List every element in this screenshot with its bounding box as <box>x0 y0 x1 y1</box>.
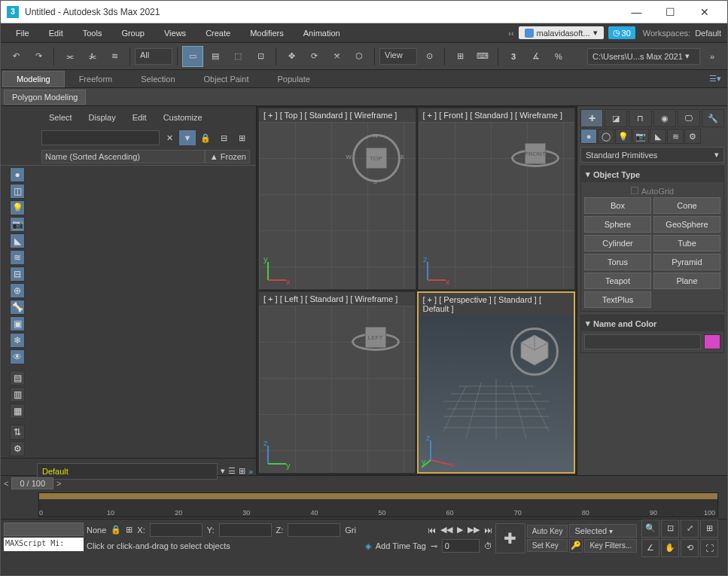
zoom-extents-icon[interactable]: ⤢ <box>681 520 699 538</box>
menu-tools[interactable]: Tools <box>74 26 111 41</box>
filter-bones-icon[interactable]: 🦴 <box>10 300 25 315</box>
setkey-button[interactable]: Set Key <box>527 539 568 552</box>
time-tag-icon[interactable]: ◈ <box>365 541 371 551</box>
menu-create[interactable]: Create <box>196 26 239 41</box>
link-button[interactable]: ⫘ <box>59 46 80 67</box>
modify-tab[interactable]: ◪ <box>605 109 627 127</box>
motion-tab[interactable]: ◉ <box>653 109 676 127</box>
helpers-subtab[interactable]: ◣ <box>650 129 666 144</box>
lights-subtab[interactable]: 💡 <box>615 129 632 144</box>
trackbar-mini[interactable] <box>4 523 84 536</box>
maximize-button[interactable]: ☐ <box>653 1 687 23</box>
pivot-button[interactable]: ⊙ <box>419 46 440 67</box>
filter-xrefs-icon[interactable]: ⊕ <box>10 283 25 298</box>
filter-helpers-icon[interactable]: ◣ <box>10 233 25 248</box>
viewcube[interactable]: LEFT <box>352 318 400 366</box>
filter-shapes-icon[interactable]: ◫ <box>10 184 25 199</box>
unlink-button[interactable]: ⫘̸ <box>81 46 102 67</box>
viewport-left[interactable]: [ + ] [ Left ] [ Standard ] [ Wireframe … <box>258 291 416 474</box>
ribbon-expand-icon[interactable]: ☰▾ <box>705 72 726 85</box>
undo-button[interactable]: ↶ <box>5 46 26 67</box>
select-move-button[interactable]: ✥ <box>281 46 302 67</box>
keyfilters-button[interactable]: Key Filters... <box>584 539 637 553</box>
bind-button[interactable]: ≋ <box>104 46 125 67</box>
filter-icon[interactable]: ▼ <box>179 130 196 145</box>
fov-icon[interactable]: ∠ <box>641 539 659 557</box>
panel-toggle-icon[interactable]: » <box>248 467 253 476</box>
lock-selection-icon[interactable]: 🔒 <box>111 525 121 535</box>
spacewarps-subtab[interactable]: ≋ <box>667 129 684 144</box>
prim-textplus[interactable]: TextPlus <box>584 291 651 308</box>
filter-containers-icon[interactable]: ▣ <box>10 316 25 331</box>
systems-subtab[interactable]: ⚙ <box>684 129 701 144</box>
maxscript-listener[interactable]: MAXScript Mi: <box>4 538 84 551</box>
viewport-front[interactable]: [ + ] [ Front ] [ Standard ] [ Wireframe… <box>418 108 576 290</box>
menu-edit[interactable]: Edit <box>40 26 72 41</box>
user-account[interactable]: malavidasoft... ▾ <box>519 26 604 39</box>
viewcube[interactable]: TOP N W E S <box>352 134 401 182</box>
create-tab[interactable]: ✚ <box>580 109 603 127</box>
filter-cameras-icon[interactable]: 📷 <box>10 217 25 232</box>
timeline-next-icon[interactable]: > <box>56 479 61 488</box>
object-name-input[interactable] <box>584 334 701 349</box>
autokey-button[interactable]: Auto Key <box>527 525 568 538</box>
key-mode-icon[interactable]: ⊸ <box>431 541 437 551</box>
menu-views[interactable]: Views <box>155 26 195 41</box>
viewport-top[interactable]: [ + ] [ Top ] [ Standard ] [ Wireframe ]… <box>258 108 416 290</box>
ribbon-tab-modeling[interactable]: Modeling <box>2 71 65 87</box>
z-input[interactable] <box>288 523 340 537</box>
column-name[interactable]: Name (Sorted Ascending) <box>41 150 205 163</box>
ribbon-tab-objectpaint[interactable]: Object Paint <box>190 71 263 87</box>
menu-modifiers[interactable]: Modifiers <box>241 26 293 41</box>
play-icon[interactable]: ▶ <box>457 525 463 535</box>
viewport-label[interactable]: [ + ] [ Top ] [ Standard ] [ Wireframe ] <box>259 108 416 122</box>
utilities-tab[interactable]: 🔧 <box>702 109 724 127</box>
display-invert-icon[interactable]: ▦ <box>10 404 25 419</box>
prim-plane[interactable]: Plane <box>653 273 720 289</box>
viewcube[interactable]: FRONT <box>511 134 559 182</box>
transform-type-icon[interactable]: ⊞ <box>126 525 133 535</box>
se-menu-display[interactable]: Display <box>81 111 123 124</box>
menu-animation[interactable]: Animation <box>294 26 349 41</box>
add-time-tag[interactable]: Add Time Tag <box>376 541 426 550</box>
snap-toggle-button[interactable]: 3 <box>503 46 524 67</box>
select-object-button[interactable]: ▭ <box>182 46 203 67</box>
layer-add-icon[interactable]: ⊞ <box>239 466 245 476</box>
timeline-prev-icon[interactable]: < <box>4 479 8 488</box>
geometry-subtab[interactable]: ● <box>580 129 597 144</box>
zoom-extents-all-icon[interactable]: ⊞ <box>700 520 718 538</box>
prim-cone[interactable]: Cone <box>653 197 720 214</box>
display-tab[interactable]: 🖵 <box>678 109 700 127</box>
angle-snap-button[interactable]: ∡ <box>525 46 547 67</box>
prev-frame-icon[interactable]: ◀◀ <box>440 525 452 535</box>
goto-start-icon[interactable]: ⏮ <box>428 526 436 535</box>
menu-group[interactable]: Group <box>112 26 154 41</box>
hierarchy-tab[interactable]: ⊓ <box>629 109 651 127</box>
next-frame-icon[interactable]: ▶▶ <box>468 525 480 535</box>
se-menu-select[interactable]: Select <box>41 111 80 124</box>
prim-geosphere[interactable]: GeoSphere <box>653 216 720 233</box>
zoom-icon[interactable]: 🔍 <box>641 520 659 538</box>
prim-torus[interactable]: Torus <box>584 254 651 270</box>
prim-box[interactable]: Box <box>584 197 651 214</box>
select-region-rect-button[interactable]: ⬚ <box>227 46 248 67</box>
filter-geometry-icon[interactable]: ● <box>10 167 25 182</box>
filter-groups-icon[interactable]: ⊟ <box>10 267 25 282</box>
zoom-all-icon[interactable]: ⊡ <box>661 520 679 538</box>
maximize-viewport-icon[interactable]: ⛶ <box>700 539 718 557</box>
timeline-ruler[interactable]: 0 10 20 30 40 50 60 70 80 90 100 <box>38 492 718 517</box>
close-button[interactable]: ✕ <box>687 1 721 23</box>
viewport-label[interactable]: [ + ] [ Left ] [ Standard ] [ Wireframe … <box>259 292 415 306</box>
orbit-icon[interactable]: ⟲ <box>681 539 699 557</box>
filter-spacewarps-icon[interactable]: ≋ <box>10 250 25 265</box>
shapes-subtab[interactable]: ◯ <box>598 129 614 144</box>
x-input[interactable] <box>150 523 203 537</box>
keyboard-shortcut-button[interactable]: ⌨ <box>472 46 493 67</box>
project-path[interactable]: C:\Users\U...s Max 2021 ▾ <box>587 48 700 65</box>
prim-cylinder[interactable]: Cylinder <box>584 235 651 251</box>
prim-teapot[interactable]: Teapot <box>584 273 651 289</box>
trial-badge[interactable]: ◷ 30 <box>608 26 635 39</box>
ribbon-tab-freeform[interactable]: Freeform <box>65 71 127 87</box>
cameras-subtab[interactable]: 📷 <box>632 129 649 144</box>
config-icon[interactable]: ⚙ <box>10 441 25 456</box>
